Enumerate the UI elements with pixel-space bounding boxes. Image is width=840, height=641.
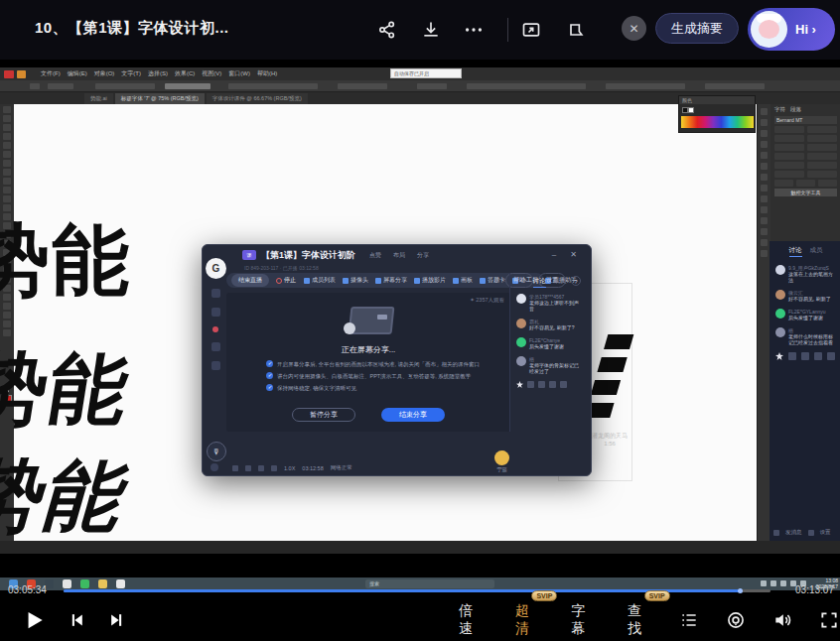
dock-icon[interactable] (761, 217, 768, 224)
tool-icon[interactable] (3, 303, 11, 310)
font-family-field[interactable]: Bernard MT (774, 116, 837, 124)
dock-icon[interactable] (761, 119, 768, 126)
dialog-window-buttons[interactable]: – ✕ (552, 250, 583, 259)
play-button[interactable] (20, 605, 49, 635)
dock-icon[interactable] (761, 250, 768, 257)
more-icon[interactable] (460, 16, 488, 44)
picture-in-picture-icon[interactable] (517, 16, 545, 44)
danmaku-report-icon[interactable] (562, 16, 590, 44)
playlist-icon[interactable] (678, 608, 701, 632)
live-chat-tab-members[interactable]: 成员 (810, 246, 823, 257)
video-frame[interactable]: 文件(F)编辑(E)对象(O)文字(T)选择(S)效果(C)视图(V)窗口(W)… (0, 67, 840, 554)
close-icon[interactable]: ✕ (622, 16, 646, 41)
tool-icon[interactable] (3, 178, 11, 185)
live-chat-tab-discussion[interactable]: 讨论 (789, 246, 802, 257)
mic-button[interactable]: 🎙 (207, 442, 226, 461)
tool-icon[interactable] (3, 195, 11, 202)
dock-icon[interactable] (761, 185, 768, 192)
menu-item[interactable]: 编辑(E) (68, 69, 87, 78)
toolbar-item[interactable]: 播放影片 (414, 276, 446, 285)
search-button[interactable]: 查找 SVIP (628, 602, 654, 638)
chat-quick-icons[interactable] (516, 381, 583, 388)
previous-button[interactable] (65, 607, 89, 633)
assistant-button[interactable]: Hi › (748, 8, 835, 51)
toolbar-item[interactable]: 画板 (453, 276, 473, 285)
tool-icon[interactable] (3, 169, 11, 176)
toolbar-item[interactable]: 答题卡 (480, 276, 505, 285)
chat-tab-members[interactable]: 成员 (554, 277, 567, 288)
touch-type-tool-chip[interactable]: 触控文字工具 (774, 189, 837, 196)
fullscreen-icon[interactable] (817, 608, 840, 632)
record-screen-icon[interactable] (724, 608, 747, 632)
dialog-title-menu-item[interactable]: 点赞 (369, 251, 381, 260)
stop-button[interactable]: 停止 (276, 276, 296, 285)
progress-row: 03:05:34 03:13:07 (0, 581, 840, 599)
dock-icon[interactable] (761, 152, 768, 159)
speed-button[interactable]: 倍速 (459, 602, 486, 638)
camera-button[interactable] (210, 463, 218, 471)
document-tab[interactable]: 字体设计课件 @ 66.67% (RGB/预览) (207, 93, 308, 104)
menu-item[interactable]: 窗口(W) (228, 69, 250, 78)
tool-icon[interactable] (3, 204, 11, 211)
chat-text: 老师这边上课听不到声音 (529, 300, 583, 312)
menu-item[interactable]: 效果(C) (175, 69, 195, 78)
toolbar-item[interactable]: 成员列表 (304, 276, 336, 285)
toolbar-item[interactable]: 屏幕分享 (375, 276, 407, 285)
dialog-title-menu-item[interactable]: 分享 (417, 251, 429, 260)
menu-item[interactable]: 文字(T) (121, 69, 141, 78)
menu-item[interactable]: 视图(V) (202, 69, 221, 78)
tool-icon[interactable] (3, 133, 11, 140)
tab-character[interactable]: 字符 (774, 106, 785, 113)
dock-icon[interactable] (761, 174, 768, 181)
dialog-titlebar[interactable]: 课 【第1课】字体设计初阶 点赞布局分享 – ✕ (203, 245, 591, 265)
color-spectrum[interactable] (681, 116, 754, 128)
tool-icon[interactable] (3, 320, 11, 327)
dock-icon[interactable] (761, 228, 768, 235)
screen-share-dialog: 课 【第1课】字体设计初阶 点赞布局分享 – ✕ ID 849-203-117 … (202, 244, 592, 476)
end-share-button[interactable]: 结束分享 (381, 408, 445, 422)
dock-icon[interactable] (761, 130, 768, 137)
menu-item[interactable]: 选择(S) (148, 69, 168, 78)
dock-icon[interactable] (761, 206, 768, 213)
dock-icon[interactable] (761, 163, 768, 170)
play-speed[interactable]: 1.0X (284, 465, 295, 471)
chat-message: 梧老师字体的骨架标记已经发过了 (516, 356, 583, 374)
end-live-button[interactable]: 结束直播 (231, 274, 269, 287)
menu-item[interactable]: 对象(O) (94, 69, 115, 78)
dock-icon[interactable] (761, 195, 768, 202)
dialog-title-menu: 点赞布局分享 (369, 251, 429, 260)
tool-icon[interactable] (3, 124, 11, 131)
chat-tab-discussion[interactable]: 讨论 (533, 277, 546, 288)
dialog-title-menu-item[interactable]: 布局 (393, 251, 405, 260)
tool-icon[interactable] (3, 187, 11, 193)
document-tab[interactable]: 标题字体 '7' @ 75% (RGB/预览) (115, 93, 205, 104)
download-icon[interactable] (417, 16, 445, 44)
menu-item[interactable]: 文件(F) (41, 69, 61, 78)
send-message-button[interactable]: 发消息 (785, 529, 802, 536)
seek-knob[interactable] (738, 588, 743, 593)
toolbar-item[interactable]: 摄像头 (343, 276, 368, 285)
tool-icon[interactable] (3, 106, 11, 113)
chat-settings-button[interactable]: 设置 (820, 529, 831, 536)
volume-icon[interactable] (770, 608, 793, 632)
generate-summary-button[interactable]: 生成摘要 (655, 13, 739, 44)
dock-icon[interactable] (761, 141, 768, 148)
tool-icon[interactable] (3, 329, 11, 336)
tool-icon[interactable] (3, 151, 11, 158)
share-icon[interactable] (373, 16, 401, 44)
quality-button[interactable]: 超清 SVIP (515, 602, 542, 638)
dialog-side-icons[interactable] (209, 289, 222, 370)
dock-icon[interactable] (761, 108, 768, 115)
subtitle-button[interactable]: 字幕 (571, 602, 598, 638)
tool-icon[interactable] (3, 312, 11, 319)
live-chat-quick-icons[interactable] (775, 352, 836, 360)
next-button[interactable] (104, 607, 129, 633)
tab-paragraph[interactable]: 段落 (790, 106, 801, 113)
tool-icon[interactable] (3, 142, 11, 149)
document-tab[interactable]: 势能.ai (84, 93, 113, 104)
dock-icon[interactable] (761, 239, 768, 246)
menu-item[interactable]: 帮助(H) (257, 69, 277, 78)
pause-share-button[interactable]: 暂停分享 (292, 408, 355, 422)
tool-icon[interactable] (3, 160, 11, 167)
tool-icon[interactable] (3, 115, 11, 122)
